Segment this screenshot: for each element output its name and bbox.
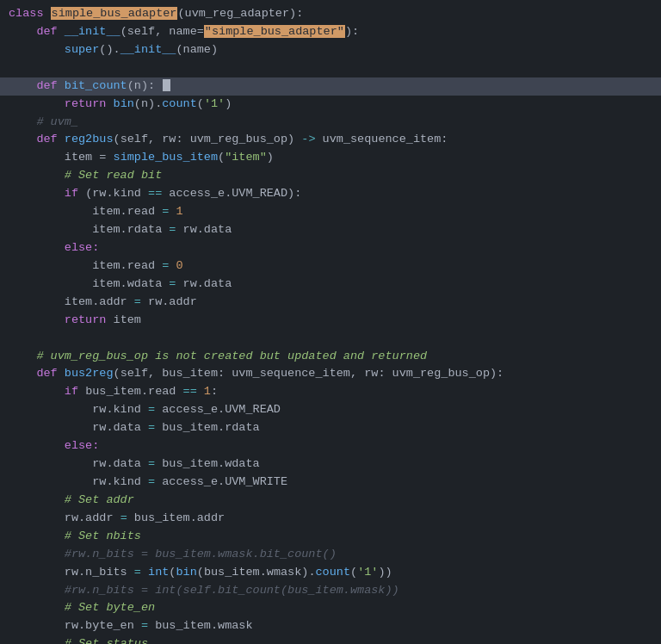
line-1: class simple_bus_adapter(uvm_reg_adapter… [0,5,661,23]
line-15: item.read = 0 [0,257,661,276]
line-24: rw.data = bus_item.rdata [0,419,661,437]
line-33: #rw.n_bits = int(self.bit_count(bus_item… [0,582,661,600]
line-26: rw.data = bus_item.wdata [0,455,661,474]
line-27: rw.kind = access_e.UVM_WRITE [0,474,661,492]
code-editor: class simple_bus_adapter(uvm_reg_adapter… [0,0,661,644]
line-35: rw.byte_en = bus_item.wmask [0,617,661,635]
line-36: # Set status [0,635,661,644]
line-18: return item [0,312,661,330]
line-4 [0,59,661,77]
line-34: # Set byte_en [0,599,661,617]
line-19 [0,330,661,348]
line-17: item.addr = rw.addr [0,294,661,312]
line-13: item.rdata = rw.data [0,221,661,239]
line-29: rw.addr = bus_item.addr [0,510,661,528]
line-16: item.wdata = rw.data [0,276,661,294]
line-3: super().__init__(name) [0,41,661,59]
line-10: # Set read bit [0,167,661,185]
line-25: else: [0,437,661,455]
line-28: # Set addr [0,492,661,510]
line-2: def __init__(self, name="simple_bus_adap… [0,23,661,41]
line-6: return bin(n).count('1') [0,96,661,114]
line-23: rw.kind = access_e.UVM_READ [0,401,661,419]
line-14: else: [0,239,661,257]
line-31: #rw.n_bits = bus_item.wmask.bit_count() [0,546,661,564]
line-21: def bus2reg(self, bus_item: uvm_sequence… [0,365,661,383]
line-11: if (rw.kind == access_e.UVM_READ): [0,185,661,203]
line-9: item = simple_bus_item("item") [0,149,661,167]
line-32: rw.n_bits = int(bin(bus_item.wmask).coun… [0,564,661,582]
line-5: def bit_count(n): [0,77,661,96]
line-30: # Set nbits [0,528,661,546]
line-12: item.read = 1 [0,203,661,221]
line-7: # uvm_ [0,114,661,132]
line-8: def reg2bus(self, rw: uvm_reg_bus_op) ->… [0,131,661,149]
line-20: # uvm_reg_bus_op is not created but upda… [0,348,661,366]
line-22: if bus_item.read == 1: [0,383,661,401]
